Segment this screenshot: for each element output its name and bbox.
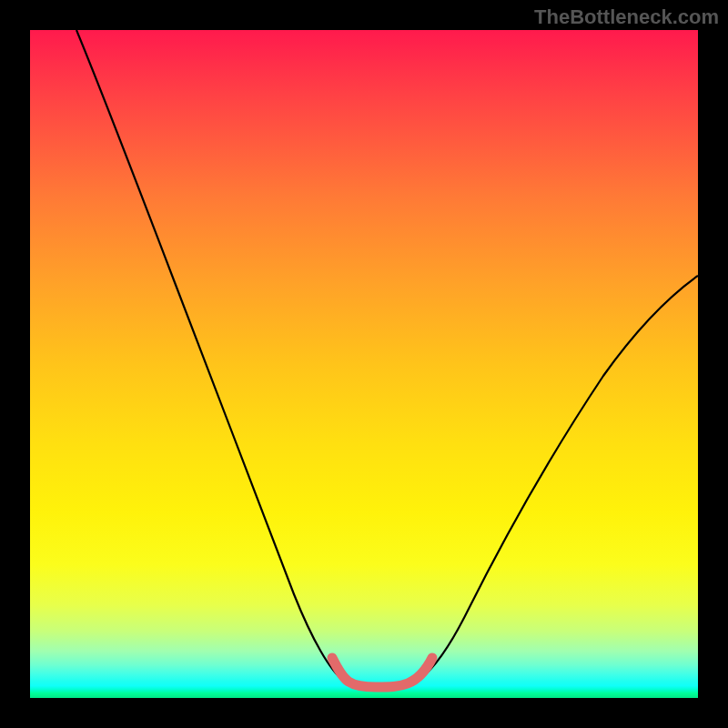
chart-svg: [30, 30, 698, 698]
main-curve: [76, 30, 698, 686]
highlight-segment: [332, 658, 432, 687]
plot-area: [30, 30, 698, 698]
watermark-text: TheBottleneck.com: [534, 5, 719, 29]
